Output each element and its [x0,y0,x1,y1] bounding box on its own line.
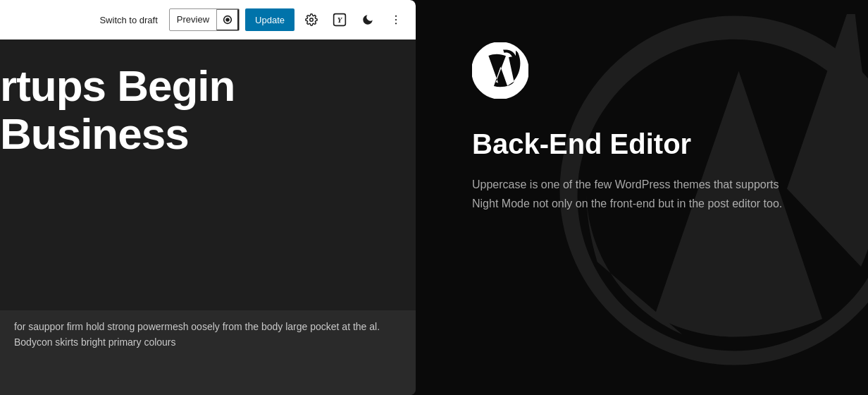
editor-content-area: rtups Begin Business [0,40,416,158]
yoast-icon-button[interactable]: Y [328,8,351,31]
svg-point-1 [226,18,229,21]
wp-watermark-icon [558,14,868,367]
yoast-icon: Y [333,13,347,27]
settings-icon-button[interactable] [300,8,323,31]
more-options-button[interactable] [385,8,407,31]
night-mode-button[interactable] [356,8,379,31]
editor-toolbar: Switch to draft Preview Update Y [0,0,416,40]
editor-body-area[interactable]: for sauppor firm hold strong powermesh o… [0,310,416,395]
wordpress-logo [472,42,528,99]
preview-icon-button[interactable] [216,8,239,31]
editor-post-title[interactable]: rtups Begin Business [0,40,416,158]
svg-point-7 [395,23,397,24]
moon-icon [361,13,374,26]
preview-chevron-icon [222,14,233,25]
wp-logo-svg [472,42,528,99]
svg-point-5 [395,16,397,17]
preview-button-group: Preview [169,8,240,31]
editor-body-text: for sauppor firm hold strong powermesh o… [14,319,402,351]
preview-label-button[interactable]: Preview [170,9,216,30]
svg-text:Y: Y [337,16,343,24]
info-panel: Back-End Editor Uppercase is one of the … [416,0,868,395]
svg-point-2 [310,18,314,22]
switch-to-draft-button[interactable]: Switch to draft [94,12,163,28]
update-button[interactable]: Update [245,8,294,31]
ellipsis-icon [390,13,402,26]
svg-point-6 [395,19,397,20]
editor-panel: Switch to draft Preview Update Y [0,0,416,395]
gear-icon [305,13,318,26]
